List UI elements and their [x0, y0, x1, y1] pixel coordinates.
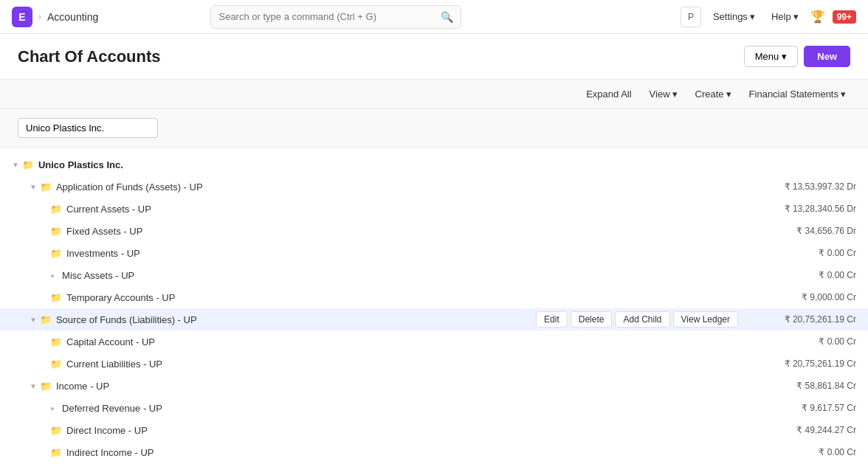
row-label: Temporary Accounts - UP [66, 292, 738, 303]
row-amount: ₹ 9,617.57 Cr [738, 403, 856, 413]
view-button[interactable]: View ▾ [645, 86, 682, 103]
folder-icon: 📁 [50, 447, 62, 458]
tree-row[interactable]: ▼📁Application of Funds (Assets) - UP₹ 13… [0, 176, 868, 198]
expand-icon: ▼ [30, 183, 37, 191]
tree-row[interactable]: 📁Current Liabilities - UP₹ 20,75,261.19 … [0, 353, 868, 375]
app-icon[interactable]: E [12, 7, 32, 27]
ctx-btn-edit[interactable]: Edit [536, 311, 568, 328]
financial-statements-button[interactable]: Financial Statements ▾ [745, 86, 850, 103]
company-selector-row [0, 109, 868, 148]
row-amount: ₹ 13,53,997.32 Dr [738, 181, 856, 192]
ctx-btn-add-child[interactable]: Add Child [615, 311, 669, 328]
folder-icon: 📁 [50, 292, 62, 303]
menu-button[interactable]: Menu ▾ [744, 46, 799, 67]
circle-icon: ● [50, 271, 55, 280]
new-button[interactable]: New [804, 46, 850, 67]
row-amount: ₹ 0.00 Cr [738, 248, 856, 258]
row-label: Indirect Income - UP [66, 447, 738, 458]
folder-icon: 📁 [50, 336, 62, 347]
row-label: Income - UP [56, 381, 738, 392]
row-amount: ₹ 13,28,340.56 Dr [738, 204, 856, 214]
row-amount: ₹ 20,75,261.19 Cr [738, 359, 856, 369]
row-amount: ₹ 20,75,261.19 Cr [738, 314, 856, 325]
header-actions: Menu ▾ New [744, 46, 850, 67]
row-amount: ₹ 9,000.00 Cr [738, 292, 856, 302]
tree-row[interactable]: 📁Current Assets - UP₹ 13,28,340.56 Dr [0, 198, 868, 220]
row-amount: ₹ 0.00 Cr [738, 447, 856, 457]
breadcrumb-chevron: › [38, 12, 41, 22]
notification-badge[interactable]: 99+ [833, 10, 856, 24]
row-amount: ₹ 34,656.76 Dr [738, 226, 856, 236]
tree-row[interactable]: ▼📁Source of Funds (Liabilities) - UPEdit… [0, 308, 868, 330]
folder-icon: 📁 [22, 159, 34, 170]
help-button[interactable]: Help ▾ [767, 8, 803, 25]
row-label: Deferred Revenue - UP [62, 403, 738, 414]
folder-icon: 📁 [50, 248, 62, 259]
context-actions: EditDeleteAdd ChildView Ledger [536, 311, 738, 328]
folder-icon: 📁 [40, 314, 52, 325]
main-content: ▼📁Unico Plastics Inc.▼📁Application of Fu… [0, 148, 868, 464]
row-label: Source of Funds (Liabilities) - UP [56, 314, 528, 325]
top-nav: E › Accounting 🔍 P Settings ▾ Help ▾ 🏆 9… [0, 0, 868, 34]
search-bar[interactable]: 🔍 [210, 5, 461, 29]
search-input[interactable] [218, 11, 436, 22]
tree-row[interactable]: ▼📁Unico Plastics Inc. [0, 153, 868, 176]
folder-icon: 📁 [50, 226, 62, 237]
tree-row[interactable]: ●Deferred Revenue - UP₹ 9,617.57 Cr [0, 397, 868, 419]
nav-right: P Settings ▾ Help ▾ 🏆 99+ [681, 7, 856, 27]
page-title: Chart Of Accounts [18, 47, 161, 66]
tree-row[interactable]: 📁Capital Account - UP₹ 0.00 Cr [0, 330, 868, 353]
trophy-icon: 🏆 [810, 10, 825, 24]
accounts-tree: ▼📁Unico Plastics Inc.▼📁Application of Fu… [0, 148, 868, 464]
ctx-btn-delete[interactable]: Delete [571, 311, 613, 328]
row-label: Investments - UP [66, 248, 738, 259]
row-label: Misc Assets - UP [62, 270, 738, 281]
toolbar: Expand All View ▾ Create ▾ Financial Sta… [0, 80, 868, 109]
expand-icon: ▼ [30, 382, 37, 390]
tree-row[interactable]: 📁Fixed Assets - UP₹ 34,656.76 Dr [0, 220, 868, 242]
row-label: Unico Plastics Inc. [38, 159, 738, 170]
create-button[interactable]: Create ▾ [691, 86, 736, 103]
folder-icon: 📁 [40, 381, 52, 392]
row-label: Fixed Assets - UP [66, 226, 738, 237]
folder-icon: 📁 [50, 359, 62, 370]
expand-icon: ▼ [12, 161, 19, 169]
folder-icon: 📁 [50, 204, 62, 215]
folder-icon: 📁 [40, 181, 52, 193]
breadcrumb-accounting[interactable]: Accounting [47, 11, 98, 23]
row-amount: ₹ 49,244.27 Cr [738, 425, 856, 435]
tree-row[interactable]: ●Misc Assets - UP₹ 0.00 Cr [0, 264, 868, 286]
expand-all-button[interactable]: Expand All [582, 86, 636, 103]
row-label: Direct Income - UP [66, 425, 738, 436]
tree-row[interactable]: 📁Indirect Income - UP₹ 0.00 Cr [0, 441, 868, 463]
company-selector[interactable] [18, 118, 158, 138]
row-label: Capital Account - UP [66, 336, 738, 347]
row-label: Application of Funds (Assets) - UP [56, 181, 738, 193]
settings-button[interactable]: Settings ▾ [709, 8, 760, 25]
search-icon: 🔍 [441, 11, 453, 23]
row-label: Current Assets - UP [66, 204, 738, 215]
tree-row[interactable]: ▼📁Income - UP₹ 58,861.84 Cr [0, 375, 868, 397]
row-amount: ₹ 58,861.84 Cr [738, 381, 856, 391]
row-amount: ₹ 0.00 Cr [738, 336, 856, 347]
tree-row[interactable]: 📁Temporary Accounts - UP₹ 9,000.00 Cr [0, 286, 868, 308]
row-label: Current Liabilities - UP [66, 359, 738, 370]
ctx-btn-view-ledger[interactable]: View Ledger [673, 311, 739, 328]
folder-icon: 📁 [50, 425, 62, 436]
row-amount: ₹ 0.00 Cr [738, 270, 856, 280]
tree-row[interactable]: 📁Investments - UP₹ 0.00 Cr [0, 242, 868, 264]
circle-icon: ● [50, 404, 55, 412]
user-avatar[interactable]: P [681, 7, 701, 27]
tree-row[interactable]: 📁Direct Income - UP₹ 49,244.27 Cr [0, 419, 868, 441]
expand-icon: ▼ [30, 316, 37, 324]
page-header: Chart Of Accounts Menu ▾ New [0, 34, 868, 80]
